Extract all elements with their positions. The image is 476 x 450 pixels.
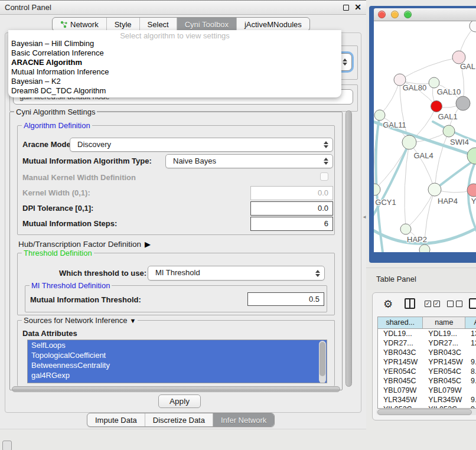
close-icon[interactable]: ✕ <box>354 2 361 12</box>
mi-steps-field[interactable]: 6 <box>250 217 333 231</box>
node-label-salmon: Y <box>471 197 476 206</box>
panel-splitter-handle[interactable]: ◄ <box>362 214 367 220</box>
tab-label: Network <box>70 20 99 29</box>
node-label-gcy1: GCY1 <box>375 198 396 207</box>
attributes-scrollbar[interactable] <box>319 341 326 383</box>
node-label-gal11: GAL11 <box>383 120 406 129</box>
table-row[interactable]: YBR043CYBR043C <box>378 348 476 357</box>
table-row[interactable]: YER054CYER054C8. <box>378 367 476 376</box>
column-header-a[interactable]: A <box>465 317 476 328</box>
attribute-item[interactable]: gal4RGexp <box>28 370 327 380</box>
deselect-all-icon[interactable] <box>447 301 454 307</box>
table-row[interactable]: YDR27...YDR27...12 <box>378 338 476 348</box>
network-node-gray[interactable] <box>456 96 470 110</box>
mi-threshold-definition-group: MI Threshold Definition Mutual Informati… <box>25 285 327 312</box>
select-all-icon-2[interactable]: ✓ <box>433 301 440 307</box>
network-node-hap2[interactable] <box>400 224 411 234</box>
algorithm-option[interactable]: ARACNE Algorithm <box>8 58 341 67</box>
algorithm-option[interactable]: Bayesian – Hill Climbing <box>8 39 341 48</box>
new-table-icon[interactable] <box>469 298 476 309</box>
network-graph: GALGAL80GAL10GAL1GAL11SWI4GAL4HAP4YGCY1H… <box>374 21 476 252</box>
tab-cyni-toolbox[interactable]: Cyni Toolbox <box>177 18 236 31</box>
tab-label: Infer Network <box>221 416 266 425</box>
table-cell: YDR27... <box>423 338 465 348</box>
tab-infer-network[interactable]: Infer Network <box>213 413 274 426</box>
network-node-gal4[interactable] <box>402 135 416 149</box>
gear-icon[interactable]: ⚙ <box>383 298 393 311</box>
tab-impute-data[interactable]: Impute Data <box>87 413 145 426</box>
deselect-all-icon-2[interactable] <box>456 301 462 307</box>
tab-select[interactable]: Select <box>139 18 177 31</box>
table-cell: 9. <box>465 405 476 409</box>
tab-network[interactable]: Network <box>53 18 106 31</box>
column-header-name[interactable]: name <box>423 317 465 328</box>
which-threshold-combobox[interactable]: MI Threshold <box>148 266 325 281</box>
network-edge <box>409 142 435 190</box>
attribute-item[interactable]: TopologicalCoefficient <box>28 350 327 360</box>
network-node-gcy1[interactable] <box>374 184 380 195</box>
network-node-gal10[interactable] <box>429 77 439 88</box>
network-node-ntop[interactable] <box>470 21 476 32</box>
table-row[interactable]: YLR345WYLR345W9. <box>378 395 476 405</box>
network-node-gal11[interactable] <box>374 110 385 120</box>
algorithm-option[interactable]: Bayesian – K2 <box>8 77 341 86</box>
hub-definition-label: Hub/Transcription Factor Definition <box>18 240 141 249</box>
mac-minimize-icon[interactable] <box>391 11 399 18</box>
network-canvas[interactable]: GALGAL80GAL10GAL1GAL11SWI4GAL4HAP4YGCY1H… <box>374 21 476 252</box>
settings-vertical-scrollbar[interactable] <box>345 109 353 389</box>
mac-zoom-icon[interactable] <box>404 11 412 18</box>
table-cell: 8. <box>465 367 476 376</box>
attribute-item[interactable]: SelfLoops <box>28 340 327 350</box>
tab-discretize-data[interactable]: Discretize Data <box>145 413 213 426</box>
network-node-red[interactable] <box>431 101 442 112</box>
select-all-icon[interactable]: ✓ <box>425 301 431 307</box>
algorithm-option[interactable]: Mutual Information Inference <box>8 67 341 77</box>
columns-icon[interactable] <box>405 298 415 309</box>
table-cell: YBR043C <box>423 348 465 357</box>
collapsed-panel-icon[interactable] <box>2 441 12 450</box>
table-row[interactable]: YPR145WYPR145W9. <box>378 357 476 367</box>
column-header-shared[interactable]: shared... <box>378 317 423 328</box>
table-cell: 9. <box>465 357 476 367</box>
table-row[interactable]: YDL19...YDL19...13 <box>378 329 476 338</box>
table-row[interactable]: YBR045CYBR045C9. <box>378 376 476 386</box>
table-header-row: shared...nameA <box>378 317 476 329</box>
data-attributes-list[interactable]: SelfLoopsTopologicalCoefficientBetweenne… <box>27 340 327 383</box>
node-label-hap2: HAP2 <box>407 235 427 244</box>
panel-title: Control Panel <box>5 3 51 12</box>
network-node-swi4[interactable] <box>443 125 455 137</box>
table-horizontal-scrollbar[interactable] <box>376 409 476 415</box>
table-cell: YER054C <box>423 367 465 376</box>
network-node-bot[interactable] <box>419 244 430 252</box>
manual-kernel-label: Manual Kernel Width Definition <box>22 173 136 182</box>
algorithm-option[interactable]: Basic Correlation Inference <box>8 48 341 58</box>
table-toolbar: ⚙ ✓ ✓ <box>373 296 476 313</box>
node-table[interactable]: shared...nameA YDL19...YDL19...13YDR27..… <box>377 317 476 409</box>
kernel-width-label: Kernel Width (0,1): <box>22 188 90 197</box>
node-label-gal80: GAL80 <box>403 83 426 92</box>
settings-group-title: Cyni Algorithm Settings <box>14 107 97 116</box>
tab-style[interactable]: Style <box>106 18 139 31</box>
sources-group-title[interactable]: Sources for Network Inference▼ <box>22 316 138 325</box>
aracne-mode-combobox[interactable]: Discovery <box>70 138 333 152</box>
algorithm-option[interactable]: Dream8 DC_TDC Algorithm <box>8 86 341 96</box>
float-window-icon[interactable] <box>343 5 349 11</box>
table-cell: YIL052C <box>423 405 465 409</box>
manual-kernel-checkbox[interactable] <box>320 172 328 181</box>
dpi-tolerance-field[interactable]: 0.0 <box>250 201 333 216</box>
tab-jactivemnodules[interactable]: jActiveMNodules <box>236 18 309 31</box>
mi-threshold-field[interactable]: 0.5 <box>247 292 324 306</box>
mi-type-combobox[interactable]: Naive Bayes <box>165 154 333 168</box>
table-row[interactable]: YBL079WYBL079W <box>378 386 476 395</box>
network-node-bigg[interactable] <box>467 148 476 164</box>
table-row[interactable]: YIL052CYIL052C9. <box>378 405 476 409</box>
attribute-item[interactable]: BetweennessCentrality <box>28 360 327 370</box>
apply-button[interactable]: Apply <box>158 394 201 408</box>
table-cell: YDR27... <box>378 338 423 348</box>
table-panel-title-text: Table Panel <box>376 275 416 283</box>
mac-close-icon[interactable] <box>378 11 386 18</box>
kernel-width-field[interactable]: 0.0 <box>250 186 333 200</box>
network-view-window[interactable]: GALGAL80GAL10GAL1GAL11SWI4GAL4HAP4YGCY1H… <box>369 6 476 263</box>
network-node-hap4[interactable] <box>428 183 441 196</box>
hub-definition-toggle[interactable]: Hub/Transcription Factor Definition▶ <box>18 240 151 249</box>
